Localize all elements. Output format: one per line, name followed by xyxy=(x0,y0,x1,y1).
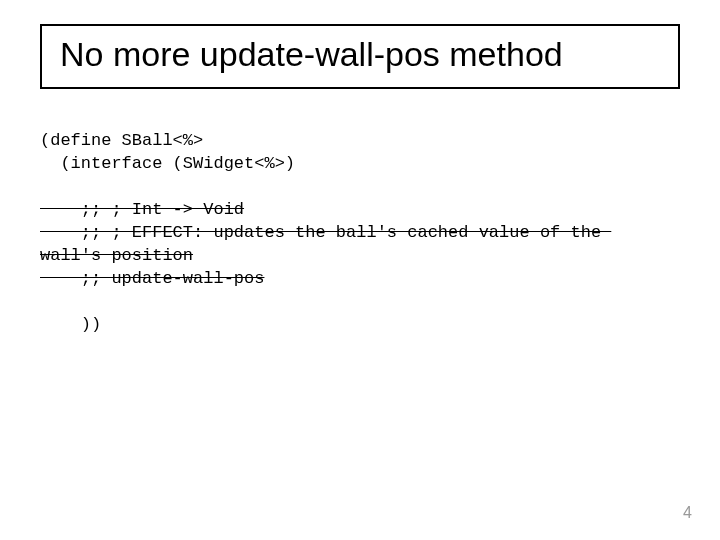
code-line: (define SBall<%> xyxy=(40,131,203,150)
code-block: (define SBall<%> (interface (SWidget<%>)… xyxy=(40,130,680,336)
title-frame: No more update-wall-pos method xyxy=(40,24,680,89)
slide-title: No more update-wall-pos method xyxy=(60,36,660,73)
code-line: (interface (SWidget<%>) xyxy=(40,154,295,173)
code-line-struck: ;; ; Int -> Void xyxy=(40,200,244,219)
code-line: )) xyxy=(40,315,101,334)
code-line-struck: ;; ; EFFECT: updates the ball's cached v… xyxy=(40,223,611,242)
code-line-struck: ;; update-wall-pos xyxy=(40,269,264,288)
page-number: 4 xyxy=(683,504,692,522)
code-line-struck: wall's position xyxy=(40,246,193,265)
